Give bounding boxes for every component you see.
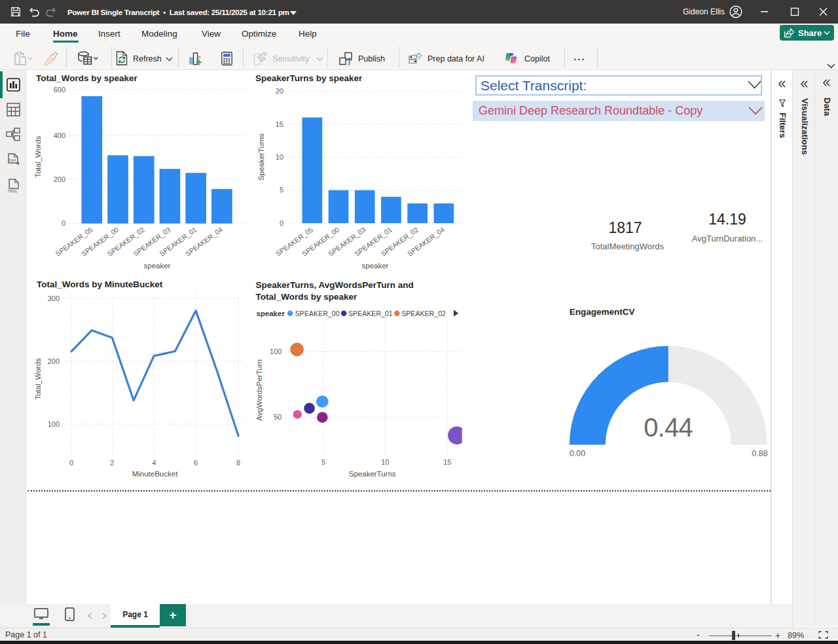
svg-text:0: 0 [62,219,65,227]
svg-text:4: 4 [152,459,156,467]
svg-text:Total_Words by speaker: Total_Words by speaker [255,292,357,302]
svg-text:20: 20 [276,87,283,95]
svg-text:speaker: speaker [144,262,171,270]
svg-text:DAX: DAX [9,158,16,162]
svg-text:15: 15 [443,458,451,466]
svg-text:MinuteBucket: MinuteBucket [132,470,178,478]
svg-text:300: 300 [48,295,60,302]
svg-text:15: 15 [276,120,283,128]
svg-text:SpeakerTurns, AvgWordsPerTurn: SpeakerTurns, AvgWordsPerTurn and [255,280,413,290]
svg-text:100: 100 [48,420,60,428]
svg-text:0: 0 [280,219,283,227]
svg-text:0.00: 0.00 [570,449,585,458]
svg-text:speaker: speaker [256,310,285,317]
svg-text:10: 10 [381,458,389,466]
svg-text:SpeakerTurns by speaker: SpeakerTurns by speaker [255,73,363,83]
svg-text:0.88: 0.88 [752,449,767,458]
svg-text:200: 200 [54,175,65,183]
svg-text:5: 5 [280,186,283,194]
svg-text:5: 5 [321,458,325,466]
svg-text:Total_Words by MinuteBucket: Total_Words by MinuteBucket [37,279,163,289]
svg-text:AvgWordsPerTurn: AvgWordsPerTurn [255,359,263,421]
svg-text:SPEAKER_02: SPEAKER_02 [401,310,446,317]
svg-text:SPEAKER_00: SPEAKER_00 [295,310,340,317]
svg-text:0: 0 [69,459,73,467]
svg-text:speaker: speaker [362,262,389,270]
svg-text:0.44: 0.44 [644,413,693,442]
svg-text:Total_Words by speaker: Total_Words by speaker [36,73,138,83]
svg-text:EngagementCV: EngagementCV [570,307,635,317]
svg-text:400: 400 [54,132,65,139]
svg-text:600: 600 [54,86,65,94]
svg-text:8: 8 [236,459,240,467]
svg-text:10: 10 [276,153,283,161]
svg-text:6: 6 [194,459,198,467]
svg-text:100: 100 [270,348,282,355]
svg-text:SpeakerTurns: SpeakerTurns [257,134,265,181]
svg-text:2: 2 [110,459,114,467]
svg-text:50: 50 [274,413,282,421]
svg-text:TMDL: TMDL [8,189,18,193]
svg-text:SPEAKER_01: SPEAKER_01 [348,310,393,317]
svg-text:SpeakerTurns: SpeakerTurns [349,470,396,478]
svg-text:Total_Words: Total_Words [34,135,42,177]
svg-text:Total_Words: Total_Words [34,358,42,400]
svg-text:200: 200 [48,357,60,365]
